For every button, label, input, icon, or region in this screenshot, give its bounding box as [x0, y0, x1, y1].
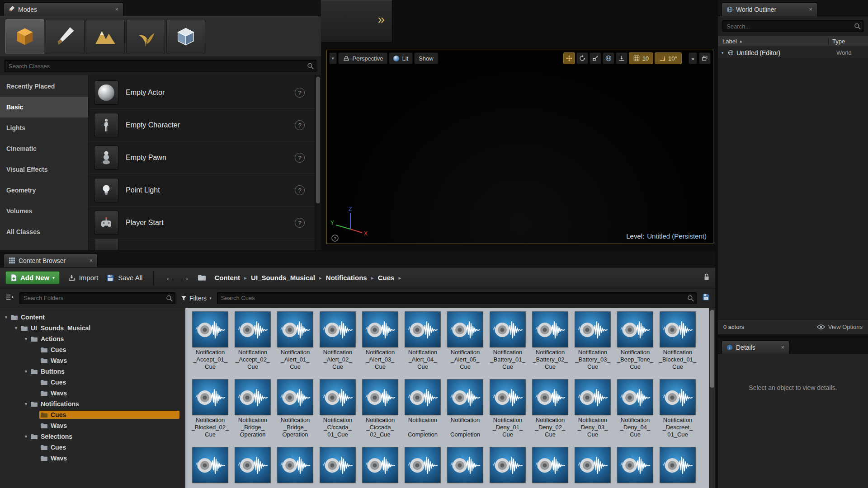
asset-tile-partial[interactable] — [530, 447, 571, 488]
tab-details[interactable]: i Details × — [722, 340, 789, 354]
level-value[interactable]: Untitled (Persistent) — [647, 232, 707, 240]
mode-place-button[interactable] — [5, 19, 44, 54]
asset-tile-partial[interactable] — [572, 447, 613, 488]
scrollbar-thumb[interactable] — [316, 77, 320, 203]
tree-item-actions[interactable]: ▾Actions — [0, 333, 185, 344]
sources-toggle-button[interactable] — [5, 294, 14, 302]
tree-item-cues[interactable]: Cues — [0, 442, 185, 453]
asset-tile-notification-completion[interactable]: Notification_Completion — [445, 380, 486, 443]
column-label[interactable]: Label▲ — [722, 38, 828, 45]
breadcrumb-item-content[interactable]: Content — [214, 274, 240, 282]
asset-tile-notification-accept-02-cue[interactable]: Notification_Accept_02_Cue — [232, 312, 273, 375]
tree-item-ui-sounds-musical[interactable]: ▾UI_Sounds_Musical — [0, 323, 185, 333]
asset-tile-notification-ciccada-01-cue[interactable]: Notification_Ciccada_01_Cue — [317, 380, 358, 443]
placeable-empty-character[interactable]: Empty Character? — [89, 109, 315, 141]
modes-scrollbar[interactable] — [315, 75, 321, 250]
angle-snap-button[interactable]: 10° — [655, 52, 682, 64]
asset-tile-notification-accept-01-cue[interactable]: Notification_Accept_01_Cue — [190, 312, 231, 375]
search-classes-input[interactable] — [5, 60, 316, 72]
save-search-button[interactable] — [702, 293, 710, 303]
show-button[interactable]: Show — [414, 52, 438, 64]
asset-tile-notification-battery-03-cue[interactable]: Notification_Battery_03_Cue — [572, 312, 613, 375]
expander-icon[interactable]: ▾ — [23, 337, 29, 341]
maximize-viewport-button[interactable] — [699, 52, 711, 64]
asset-tile-partial[interactable] — [657, 447, 698, 488]
tree-item-wavs[interactable]: Wavs — [0, 453, 185, 464]
category-volumes[interactable]: Volumes — [0, 201, 88, 221]
tree-item-notifications[interactable]: ▾Notifications — [0, 399, 185, 409]
help-icon[interactable]: ? — [295, 88, 305, 98]
tree-item-selections[interactable]: ▾Selections — [0, 431, 185, 442]
search-assets-input[interactable] — [217, 292, 697, 304]
tree-item-content[interactable]: ▾Content — [0, 312, 185, 323]
category-basic[interactable]: Basic — [0, 97, 88, 117]
tree-item-cues[interactable]: Cues — [0, 344, 185, 355]
tab-world-outliner[interactable]: World Outliner × — [722, 2, 817, 16]
expander-icon[interactable]: ▾ — [722, 51, 728, 55]
outliner-row-untitled[interactable]: ▾ Untitled (Editor) World — [718, 47, 868, 59]
asset-tile-notification-ciccada-02-cue[interactable]: Notification_Ciccada_02_Cue — [360, 380, 401, 443]
viewport-options-button[interactable]: ▾ — [329, 52, 337, 64]
asset-tile-partial[interactable] — [317, 447, 358, 488]
toolbar-overflow-chevron-icon[interactable]: » — [377, 12, 388, 30]
mode-geometry-button[interactable] — [166, 19, 205, 54]
asset-tile-partial[interactable] — [190, 447, 231, 488]
toolbar-expand-button[interactable]: » — [689, 52, 697, 64]
mode-foliage-button[interactable] — [126, 19, 165, 54]
tree-item-cues[interactable]: Cues — [0, 409, 185, 420]
help-icon[interactable]: ? — [295, 120, 305, 130]
asset-tile-notification-bridge-operation[interactable]: Notification_Bridge_Operation — [232, 380, 273, 443]
asset-tile-partial[interactable] — [232, 447, 273, 488]
asset-scrollbar[interactable] — [709, 308, 715, 488]
tab-content-browser[interactable]: Content Browser × — [4, 253, 98, 267]
column-type[interactable]: Type — [828, 38, 863, 45]
asset-tile-notification-alert-04-cue[interactable]: Notification_Alert_04_Cue — [402, 312, 443, 375]
asset-tile-partial[interactable] — [615, 447, 656, 488]
tree-item-cues[interactable]: Cues — [0, 377, 185, 388]
asset-tile-partial[interactable] — [402, 447, 443, 488]
asset-tile-partial[interactable] — [487, 447, 528, 488]
close-icon[interactable]: × — [115, 6, 118, 13]
asset-tile-notification-blocked-02-cue[interactable]: Notification_Blocked_02_Cue — [190, 380, 231, 443]
breadcrumb-item-ui-sounds-musical[interactable]: UI_Sounds_Musical — [251, 274, 315, 282]
translate-tool-button[interactable] — [563, 52, 575, 64]
category-geometry[interactable]: Geometry — [0, 180, 88, 201]
placeable-empty-pawn[interactable]: Empty Pawn? — [89, 141, 315, 174]
close-icon[interactable]: × — [809, 6, 812, 13]
search-folders-input[interactable] — [19, 292, 175, 304]
outliner-search-input[interactable] — [722, 20, 863, 32]
asset-tile-notification-blocked-01-cue[interactable]: Notification_Blocked_01_Cue — [657, 312, 698, 375]
asset-tile-notification-descreet-01-cue[interactable]: Notification_Descreet_01_Cue — [657, 380, 698, 443]
help-icon[interactable]: ? — [295, 218, 305, 228]
expander-icon[interactable]: ▾ — [23, 369, 29, 374]
placeable-empty-actor[interactable]: Empty Actor? — [89, 76, 315, 109]
asset-tile-notification-alert-03-cue[interactable]: Notification_Alert_03_Cue — [360, 312, 401, 375]
save-all-button[interactable]: Save All — [106, 274, 142, 282]
perspective-button[interactable]: Perspective — [338, 52, 388, 64]
close-icon[interactable]: × — [89, 257, 93, 264]
help-icon[interactable]: ? — [295, 153, 305, 163]
view-options-button[interactable]: View Options — [817, 324, 863, 330]
asset-tile-notification-beep-tone-cue[interactable]: Notification_Beep_Tone_Cue — [615, 312, 656, 375]
scrollbar-thumb[interactable] — [710, 310, 714, 388]
forward-arrow-icon[interactable]: → — [181, 273, 189, 283]
help-icon[interactable]: ? — [295, 185, 305, 195]
asset-tile-notification-alert-05-cue[interactable]: Notification_Alert_05_Cue — [445, 312, 486, 375]
asset-tile-notification-bridge-operation[interactable]: Notification_Bridge_Operation — [275, 380, 316, 443]
filters-button[interactable]: Filters ▾ — [181, 295, 212, 302]
expander-icon[interactable]: ▾ — [13, 326, 19, 330]
tree-item-wavs[interactable]: Wavs — [0, 388, 185, 399]
surface-snap-button[interactable] — [616, 52, 627, 64]
placeable-point-light[interactable]: Point Light? — [89, 174, 315, 206]
tree-item-wavs[interactable]: Wavs — [0, 355, 185, 366]
placeable-partial[interactable] — [89, 239, 315, 250]
asset-tile-notification-deny-03-cue[interactable]: Notification_Deny_03_Cue — [572, 380, 613, 443]
viewport[interactable]: ▾ Perspective Lit Show 10 — [326, 50, 713, 244]
category-visual-effects[interactable]: Visual Effects — [0, 159, 88, 180]
expander-icon[interactable]: ▾ — [23, 402, 29, 406]
breadcrumb-item-cues[interactable]: Cues — [378, 274, 395, 282]
asset-tile-partial[interactable] — [445, 447, 486, 488]
scale-tool-button[interactable] — [590, 52, 601, 64]
asset-tile-partial[interactable] — [275, 447, 316, 488]
asset-tile-partial[interactable] — [360, 447, 401, 488]
